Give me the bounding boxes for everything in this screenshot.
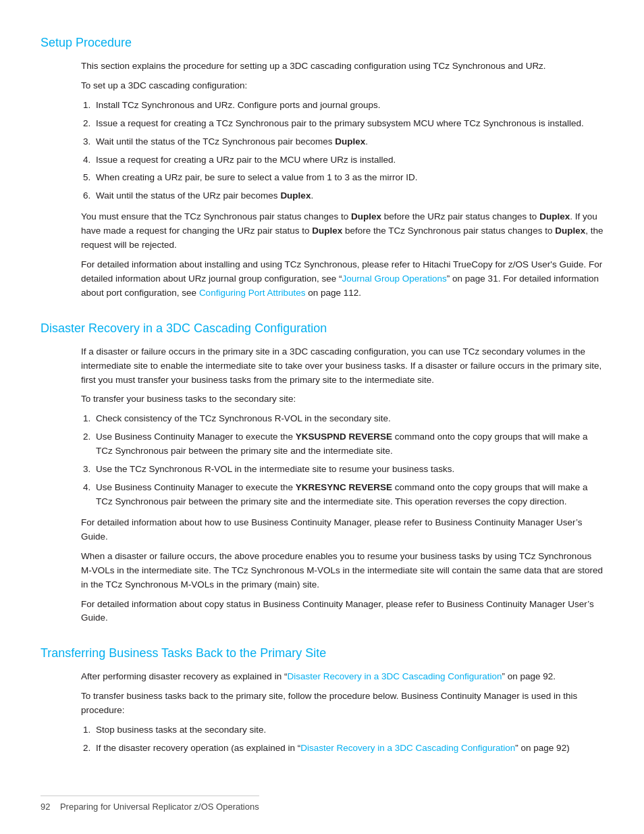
list-item: Install TCz Synchronous and URz. Configu… (93, 99, 603, 113)
transferring-para1: After performing disaster recovery as ex… (81, 670, 603, 684)
footer-page-number: 92 (41, 802, 50, 812)
setup-note1: You must ensure that the TCz Synchronous… (81, 210, 603, 253)
disaster-para2: To transfer your business tasks to the s… (81, 392, 603, 407)
list-item: Issue a request for creating a TCz Synch… (93, 117, 603, 131)
footer-divider (41, 796, 259, 796)
setup-steps-list: Install TCz Synchronous and URz. Configu… (93, 99, 603, 204)
transferring-heading: Transferring Business Tasks Back to the … (41, 644, 603, 663)
list-item: Issue a request for creating a URz pair … (93, 153, 603, 167)
disaster-recovery-link2[interactable]: Disaster Recovery in a 3DC Cascading Con… (300, 743, 515, 753)
step3-bold: Duplex (335, 136, 365, 147)
disaster-note1: For detailed information about how to us… (81, 516, 603, 544)
setup-procedure-section: Setup Procedure This section explains th… (41, 34, 603, 301)
list-item: Use Business Continuity Manager to execu… (93, 430, 603, 459)
transferring-steps-list: Stop business tasks at the secondary sit… (93, 723, 603, 756)
list-item: If the disaster recovery operation (as e… (93, 741, 603, 756)
ykresync-bold: YKRESYNC REVERSE (296, 482, 392, 492)
configuring-port-link[interactable]: Configuring Port Attributes (199, 288, 306, 298)
disaster-recovery-section: Disaster Recovery in a 3DC Cascading Con… (41, 319, 603, 626)
list-item: Check consistency of the TCz Synchronous… (93, 412, 603, 426)
list-item: Wait until the status of the URz pair be… (93, 189, 603, 203)
disaster-recovery-link1[interactable]: Disaster Recovery in a 3DC Cascading Con… (287, 671, 502, 681)
setup-procedure-heading: Setup Procedure (41, 34, 603, 53)
transferring-para2: To transfer business tasks back to the p… (81, 689, 603, 718)
list-item: Wait until the status of the TCz Synchro… (93, 135, 603, 149)
journal-group-link[interactable]: Journal Group Operations (342, 273, 446, 284)
setup-intro2: To set up a 3DC cascading configuration: (81, 79, 603, 93)
disaster-para1: If a disaster or failure occurs in the p… (81, 345, 603, 388)
page-footer: 92 Preparing for Universal Replicator z/… (41, 796, 259, 814)
page: Setup Procedure This section explains th… (0, 0, 644, 834)
list-item: When creating a URz pair, be sure to sel… (93, 171, 603, 185)
yksuspnd-bold: YKSUSPND REVERSE (296, 432, 392, 442)
disaster-note2: When a disaster or failure occurs, the a… (81, 550, 603, 592)
list-item: Use the TCz Synchronous R-VOL in the int… (93, 463, 603, 477)
setup-intro1: This section explains the procedure for … (81, 59, 603, 74)
list-item: Stop business tasks at the secondary sit… (93, 723, 603, 737)
transferring-section: Transferring Business Tasks Back to the … (41, 644, 603, 756)
disaster-recovery-heading: Disaster Recovery in a 3DC Cascading Con… (41, 319, 603, 338)
footer-text: Preparing for Universal Replicator z/OS … (60, 802, 259, 812)
setup-note2: For detailed information about installin… (81, 258, 603, 301)
disaster-steps-list: Check consistency of the TCz Synchronous… (93, 412, 603, 509)
step6-bold: Duplex (280, 190, 311, 201)
disaster-note3: For detailed information about copy stat… (81, 598, 603, 626)
list-item: Use Business Continuity Manager to execu… (93, 481, 603, 509)
